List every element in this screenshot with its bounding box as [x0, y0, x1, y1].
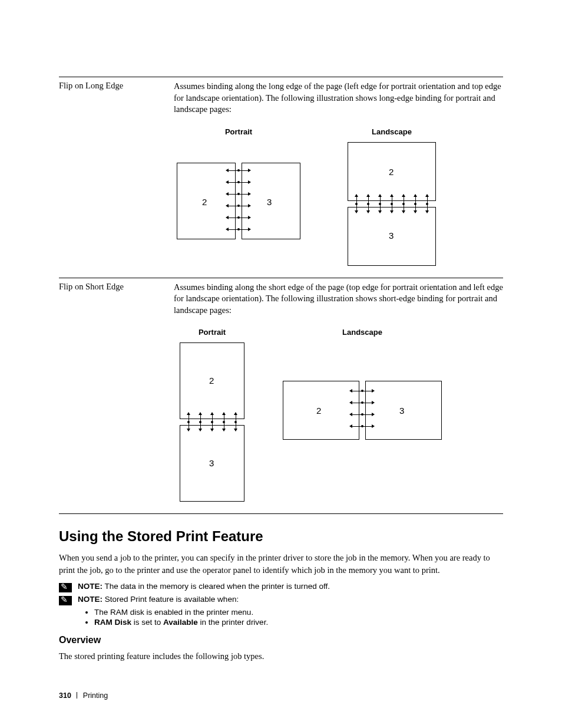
- note-2-text: NOTE: Stored Print feature is available …: [78, 595, 239, 604]
- diagram-num: 2: [209, 375, 214, 386]
- row2-label: Flip on Short Edge: [59, 278, 174, 514]
- row2-desc: Assumes binding along the short edge of …: [174, 282, 503, 317]
- diagram-num: 3: [267, 197, 272, 207]
- note-icon: [59, 596, 72, 605]
- page-number: 310: [59, 691, 71, 700]
- row2-desc-cell: Assumes binding along the short edge of …: [174, 278, 503, 514]
- row2-portrait-label: Portrait: [174, 328, 250, 337]
- note-2: NOTE: Stored Print feature is available …: [59, 595, 503, 605]
- footer-divider: [77, 692, 77, 699]
- section-body: When you send a job to the printer, you …: [59, 552, 503, 576]
- diagram-num: 3: [399, 406, 404, 416]
- row1-desc: Assumes binding along the long edge of t…: [174, 81, 503, 116]
- note-icon: [59, 583, 72, 592]
- page-footer: 310 Printing: [59, 691, 108, 700]
- section-name: Printing: [83, 691, 108, 700]
- note-1: NOTE: The data in the memory is cleared …: [59, 582, 503, 592]
- row1-label: Flip on Long Edge: [59, 77, 174, 278]
- row1-landscape-label: Landscape: [345, 127, 439, 136]
- note-bullets: The RAM disk is enabled in the printer m…: [94, 608, 503, 627]
- bullet-2: RAM Disk is set to Available in the prin…: [94, 618, 503, 627]
- row1-desc-cell: Assumes binding along the long edge of t…: [174, 77, 503, 278]
- subheading-overview: Overview: [59, 635, 503, 645]
- document-page: Flip on Long Edge Assumes binding along …: [0, 0, 562, 728]
- note-label: NOTE:: [78, 595, 103, 604]
- note-1-text: NOTE: The data in the memory is cleared …: [78, 582, 330, 591]
- diagram-num: 3: [209, 458, 214, 468]
- diagram-num: 2: [316, 406, 321, 416]
- binding-table: Flip on Long Edge Assumes binding along …: [59, 77, 503, 514]
- section-heading: Using the Stored Print Feature: [59, 528, 503, 545]
- bullet-1: The RAM disk is enabled in the printer m…: [94, 608, 503, 617]
- diagram-num: 2: [389, 167, 394, 177]
- diagram-num: 2: [202, 197, 207, 207]
- row2-landscape-label: Landscape: [280, 328, 445, 337]
- overview-body: The stored printing feature includes the…: [59, 650, 503, 662]
- note-label: NOTE:: [78, 582, 103, 591]
- row1-portrait-label: Portrait: [174, 127, 303, 136]
- diagram-num: 3: [389, 230, 394, 241]
